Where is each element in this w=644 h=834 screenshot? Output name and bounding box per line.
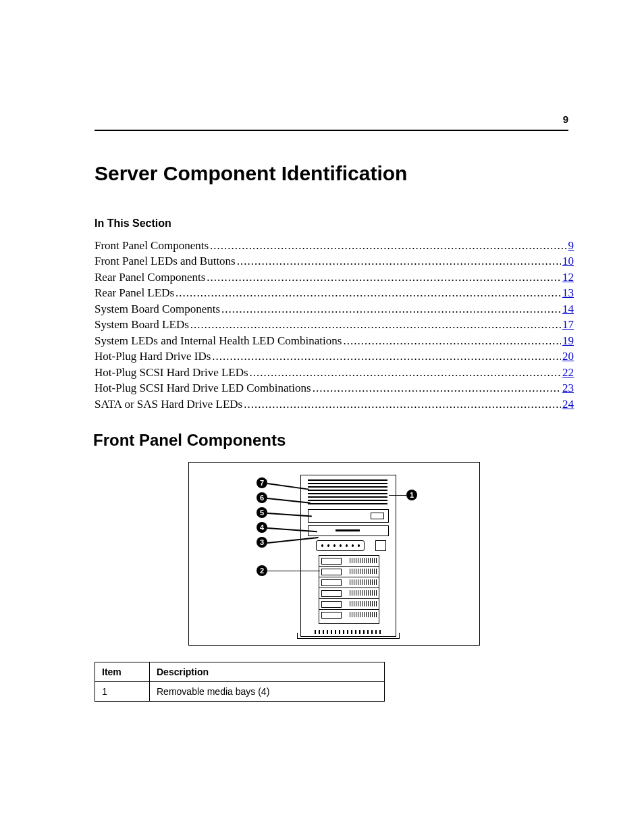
- table-cell-item: 1: [95, 681, 150, 701]
- leader-line: [267, 571, 320, 572]
- toc-leader: [210, 238, 566, 253]
- toc-leader: [313, 380, 561, 396]
- toc-label: Hot-Plug SCSI Hard Drive LEDs: [95, 365, 248, 380]
- vent-icon: [308, 479, 387, 505]
- table-header-description: Description: [150, 662, 385, 681]
- drive-cage-icon: [319, 555, 379, 624]
- component-table: Item Description 1 Removable media bays …: [95, 662, 385, 702]
- in-this-section-label: In This Section: [95, 217, 574, 230]
- toc-label: Hot-Plug SCSI Hard Drive LED Combination…: [95, 380, 311, 396]
- floppy-drive-icon: [308, 525, 389, 536]
- page-number: 9: [563, 113, 568, 125]
- toc-row: System Board Components14: [95, 301, 574, 317]
- callout-5: 5: [257, 507, 267, 518]
- led-panel-icon: [316, 540, 365, 551]
- toc-page-link[interactable]: 22: [562, 365, 574, 380]
- toc-row: System LEDs and Internal Health LED Comb…: [95, 333, 574, 348]
- toc-leader: [250, 365, 561, 380]
- table-header-row: Item Description: [95, 662, 385, 681]
- drive-slot-icon: [319, 577, 379, 588]
- drive-slot-icon: [319, 610, 379, 620]
- toc-row: Front Panel LEDs and Buttons10: [95, 253, 574, 269]
- toc-leader: [190, 317, 561, 332]
- page-title: Server Component Identification: [95, 162, 574, 185]
- toc-label: Rear Panel LEDs: [95, 285, 174, 301]
- table-cell-description: Removable media bays (4): [150, 681, 385, 701]
- toc-page-link[interactable]: 14: [562, 301, 574, 317]
- leader-line: [389, 495, 406, 496]
- toc-label: System LEDs and Internal Health LED Comb…: [95, 333, 342, 348]
- toc-page-link[interactable]: 20: [562, 348, 574, 364]
- toc-row: Rear Panel Components12: [95, 269, 574, 285]
- toc-leader: [343, 333, 561, 348]
- toc-label: Hot-Plug Hard Drive IDs: [95, 348, 211, 364]
- toc-row: Front Panel Components9: [95, 238, 574, 253]
- toc-label: System Board Components: [95, 301, 220, 317]
- toc-leader: [212, 348, 561, 364]
- toc-row: Hot-Plug Hard Drive IDs20: [95, 348, 574, 364]
- table-row: 1 Removable media bays (4): [95, 681, 385, 701]
- toc-page-link[interactable]: 10: [562, 253, 574, 269]
- toc-page-link[interactable]: 13: [562, 285, 574, 301]
- toc-page-link[interactable]: 24: [562, 396, 574, 412]
- toc-label: Front Panel LEDs and Buttons: [95, 253, 236, 269]
- toc-label: Rear Panel Components: [95, 269, 205, 285]
- toc-row: SATA or SAS Hard Drive LEDs24: [95, 396, 574, 412]
- toc-label: Front Panel Components: [95, 238, 209, 253]
- toc-leader: [221, 301, 561, 317]
- drive-slot-icon: [319, 567, 379, 577]
- toc-page-link[interactable]: 17: [562, 317, 574, 332]
- toc-leader: [176, 285, 561, 301]
- toc-row: Rear Panel LEDs13: [95, 285, 574, 301]
- callout-6: 6: [257, 492, 267, 503]
- toc-row: System Board LEDs17: [95, 317, 574, 332]
- toc-row: Hot-Plug SCSI Hard Drive LEDs22: [95, 365, 574, 380]
- toc-row: Hot-Plug SCSI Hard Drive LED Combination…: [95, 380, 574, 396]
- toc-page-link[interactable]: 12: [562, 269, 574, 285]
- id-button-icon: [375, 540, 386, 551]
- toc-leader: [207, 269, 561, 285]
- callout-2: 2: [257, 565, 267, 576]
- header-rule: [95, 130, 568, 131]
- callout-1: 1: [406, 490, 417, 500]
- server-tower-icon: [300, 475, 396, 637]
- callout-4: 4: [257, 522, 267, 533]
- toc-leader: [237, 253, 561, 269]
- toc-page-link[interactable]: 19: [562, 333, 574, 348]
- tower-base-icon: [297, 633, 400, 639]
- table-header-item: Item: [95, 662, 150, 681]
- section-heading: Front Panel Components: [93, 431, 574, 450]
- table-of-contents: Front Panel Components9 Front Panel LEDs…: [95, 238, 574, 412]
- front-panel-figure: 7 6 5 4 3 2 1: [188, 462, 480, 646]
- toc-page-link[interactable]: 9: [568, 238, 574, 253]
- document-page: 9 Server Component Identification In Thi…: [0, 0, 644, 834]
- optical-drive-icon: [308, 509, 389, 523]
- toc-label: System Board LEDs: [95, 317, 189, 332]
- toc-leader: [244, 396, 561, 412]
- callout-7: 7: [257, 477, 267, 488]
- callout-3: 3: [257, 537, 267, 548]
- drive-slot-icon: [319, 588, 379, 599]
- drive-slot-icon: [319, 599, 379, 610]
- toc-label: SATA or SAS Hard Drive LEDs: [95, 396, 242, 412]
- toc-page-link[interactable]: 23: [562, 380, 574, 396]
- drive-slot-icon: [319, 556, 379, 567]
